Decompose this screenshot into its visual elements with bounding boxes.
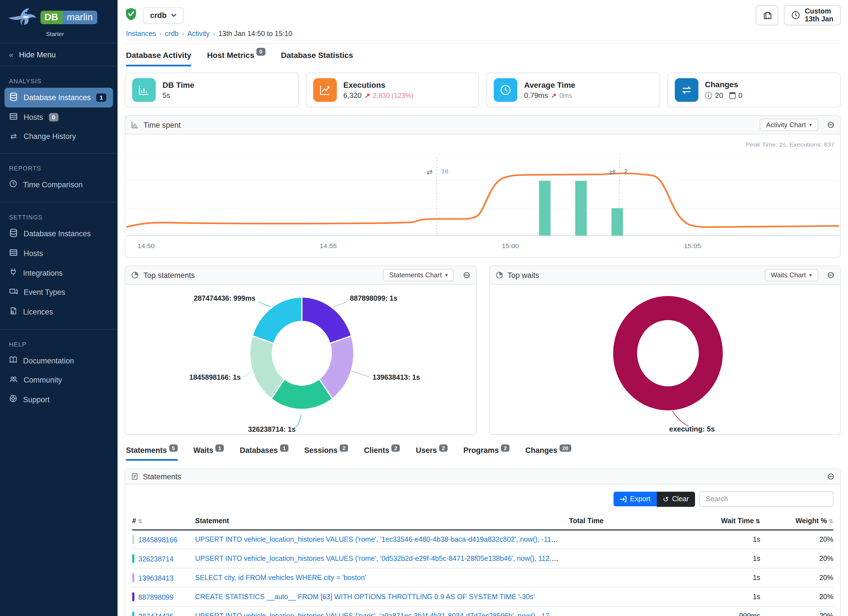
sidebar-item-documentation[interactable]: Documentation [0,351,117,370]
breadcrumb-activity[interactable]: Activity [187,30,209,38]
col-total-time[interactable]: Total Time [569,517,654,525]
time-spent-chart: Peak Time: 2s, Executions: 837 ⇄ 18 ⇄ 2 [125,134,840,257]
card-db-time: DB Time 5s [125,73,298,107]
tab-statements[interactable]: Statements 5 [126,446,178,461]
clock-icon [792,11,801,20]
wait-time-value: 1s [654,555,760,563]
collapse-panel-icon[interactable]: ⊖ [463,270,470,280]
col-weight[interactable]: Weight %⇅ [760,517,833,525]
tab-database-statistics[interactable]: Database Statistics [281,50,353,66]
tab-clients[interactable]: Clients 2 [364,446,400,461]
waits-chart-select[interactable]: Waits Chart ▾ [765,269,818,281]
time-spent-panel: Time spent Activity Chart ▾ ⊖ Peak Time:… [125,115,841,258]
logo: DB marlin Starter [0,0,117,43]
statement-link[interactable]: SELECT city, id FROM vehicles WHERE city… [195,574,366,582]
sidebar-item-database-instances[interactable]: Database Instances 1 [4,88,113,107]
statement-link[interactable]: UPSERT INTO vehicle_location_histories V… [195,612,569,616]
time-spent-header: Time spent Activity Chart ▾ ⊖ [125,116,840,134]
collapse-panel-icon[interactable]: ⊖ [827,120,835,129]
up-arrow-icon: ↗ [551,91,556,99]
tab-badge: 20 [559,444,571,452]
sidebar-item-integrations[interactable]: Integrations [0,263,117,282]
tab-waits[interactable]: Waits 1 [193,446,224,461]
executions-bar[interactable] [612,208,623,235]
section-title: REPORTS [0,162,117,175]
executions-bar[interactable] [539,181,550,236]
sidebar-item-hosts[interactable]: Hosts 0 [0,107,117,127]
tab-users[interactable]: Users 2 [416,446,448,461]
tab-database-activity[interactable]: Database Activity [126,50,191,66]
donut-segment-887898099[interactable] [302,297,351,343]
tab-badge: 1 [215,444,224,452]
card-value: 0.79ms ↗ 0ms [524,91,575,99]
statement-link[interactable]: UPSERT INTO vehicle_location_histories V… [195,536,569,543]
donut-segment-executing[interactable] [625,308,710,398]
tab-programs[interactable]: Programs 2 [463,446,510,461]
tab-badge: 2 [391,444,400,452]
logo-text: DB marlin [40,11,97,24]
time-range-button[interactable]: Custom 13th Jan [784,5,841,25]
export-button[interactable]: Export [613,492,657,506]
tab-databases[interactable]: Databases 1 [240,446,289,461]
breadcrumb-crdb[interactable]: crdb [165,30,179,38]
statements-donut-chart: 287474436: 999ms 887898099: 1s 139638413… [125,285,476,434]
swap-arrows-icon: ⇄ [9,132,18,141]
card-title: Executions [343,80,413,89]
copy-button[interactable] [756,5,778,25]
licence-icon [9,307,18,317]
top-header: crdb Custom 13th Jan [125,0,841,25]
logo-db: DB [40,11,62,24]
col-statement[interactable]: Statement [195,517,569,525]
delta-value: 2,830 (123%) [373,91,413,99]
donut-segment-287474436[interactable] [252,297,302,343]
bar-chart-icon [131,121,139,129]
card-changes: Changes ⓘ 20 0 [667,73,841,107]
executions-bar[interactable] [575,181,587,236]
statement-id-link[interactable]: 287474436 [138,613,173,616]
col-num[interactable]: #⇅ [132,517,195,525]
tab-host-metrics[interactable]: Host Metrics0 [207,50,265,66]
sidebar-item-time-comparison[interactable]: Time Comparison [0,175,117,194]
collapse-panel-icon[interactable]: ⊖ [827,270,835,280]
statement-link[interactable]: UPSERT INTO vehicle_location_histories V… [195,555,569,563]
sidebar-item-community[interactable]: Community [0,370,117,390]
statement-id-link[interactable]: 326238714 [138,555,173,563]
section-settings: SETTINGS Database Instances Hosts Integr… [0,202,117,321]
book-icon [9,356,18,366]
statement-id-link[interactable]: 1845898166 [138,536,178,544]
sidebar-item-database-instances-settings[interactable]: Database Instances [0,224,117,243]
tab-changes[interactable]: Changes 20 [525,446,571,461]
count-badge: 1 [96,94,106,102]
statement-id-link[interactable]: 887898099 [138,594,173,601]
change-marker-count[interactable]: 2 [624,168,628,175]
sidebar-item-hosts-settings[interactable]: Hosts [0,243,117,263]
donut-label: 1845898166: 1s [189,373,241,381]
donut-label: 139638413: 1s [372,373,420,381]
activity-chart-select[interactable]: Activity Chart ▾ [760,119,818,131]
info-icon: ⓘ [705,90,712,100]
sort-icon: ⇅ [756,518,760,524]
col-wait-time[interactable]: Wait Time⇅ [654,517,760,525]
tab-sessions[interactable]: Sessions 2 [304,446,348,461]
collapse-panel-icon[interactable]: ⊖ [827,472,835,481]
search-input[interactable] [700,491,833,507]
statement-link[interactable]: CREATE STATISTICS __auto__ FROM [63] WIT… [195,593,535,601]
calendar-icon [729,92,735,99]
sidebar-item-licences[interactable]: Licences [0,302,117,321]
main-tabs: Database Activity Host Metrics0 Database… [125,44,841,66]
statement-id-link[interactable]: 139638413 [138,574,173,582]
shield-check-icon [125,7,137,23]
clear-button[interactable]: ↺ Clear [657,491,695,506]
card-title: DB Time [163,80,194,89]
change-marker-icon[interactable]: ⇄ [427,168,433,176]
breadcrumb-instances[interactable]: Instances [126,30,156,38]
pie-chart-icon [495,271,503,279]
change-marker-count[interactable]: 18 [442,168,448,175]
sidebar-item-event-types[interactable]: Event Types [0,282,117,302]
statements-chart-select[interactable]: Statements Chart ▾ [383,269,454,281]
change-marker-icon[interactable]: ⇄ [609,168,615,176]
sidebar-item-support[interactable]: Support [0,390,117,409]
hide-menu-button[interactable]: « Hide Menu [0,43,117,66]
instance-selector[interactable]: crdb [143,7,184,23]
sidebar-item-change-history[interactable]: ⇄ Change History [0,127,117,145]
